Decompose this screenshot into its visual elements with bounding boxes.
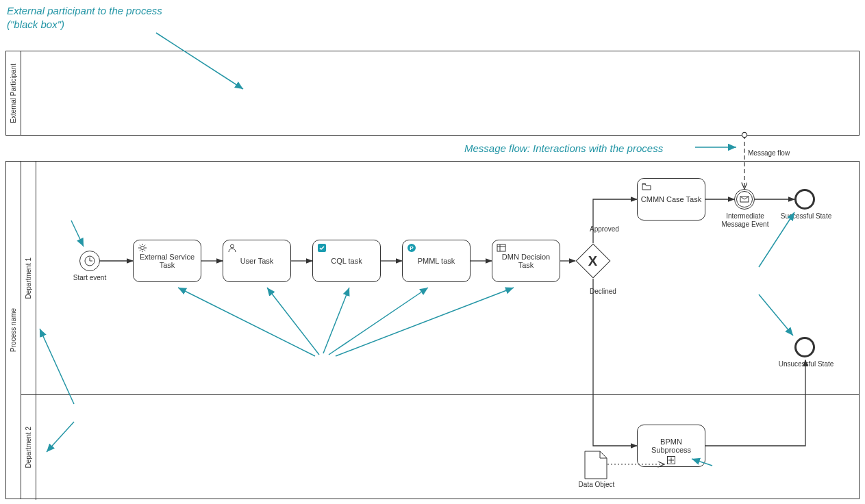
lane-title-2: Department 2 [25, 427, 32, 468]
task-cmmn: CMMN Case Task [637, 178, 705, 220]
task-label: CQL task [331, 257, 362, 265]
end-event-successful-label: Successful State [776, 212, 836, 220]
svg-rect-16 [497, 244, 505, 251]
gateway-label-approved: Approved [590, 225, 619, 234]
task-cql: CQL task [312, 240, 381, 282]
task-user: User Task [223, 240, 291, 282]
lane-department-2: Department 2 [21, 394, 859, 500]
folder-icon [642, 181, 651, 191]
task-label: User Task [240, 257, 274, 265]
annotation-message-flow: Message flow: Interactions with the proc… [464, 142, 663, 155]
user-icon [227, 243, 237, 253]
lane-header-1: Department 1 [21, 162, 36, 394]
pool-header-process: Process name [6, 162, 21, 499]
task-dmn: DMN Decision Task [492, 240, 560, 282]
svg-text:P: P [410, 245, 414, 251]
task-external-service: External Service Task [133, 240, 201, 282]
clock-icon [84, 255, 96, 267]
start-event [79, 251, 100, 271]
pool-header-external: External Participant [6, 51, 21, 135]
envelope-icon [740, 196, 749, 203]
gateway-label-declined: Declined [590, 288, 616, 296]
data-object-label: Data Object [575, 481, 618, 489]
start-event-label: Start event [68, 274, 111, 282]
task-label: CMMN Case Task [641, 195, 701, 203]
intermediate-event-label: Intermediate Message Event [719, 212, 771, 229]
pool-title-process: Process name [10, 308, 17, 352]
intermediate-message-event [734, 189, 755, 210]
task-label: DMN Decision Task [495, 253, 557, 269]
data-object [584, 451, 607, 479]
lane-header-2: Department 2 [21, 394, 36, 500]
cql-icon [317, 243, 327, 253]
dmn-icon [497, 243, 506, 253]
subprocess-marker-icon [667, 456, 675, 464]
lane-title-1: Department 1 [25, 257, 32, 299]
gateway-x-icon: X [588, 253, 597, 269]
svg-line-10 [140, 250, 140, 251]
message-flow-label: Message flow [748, 149, 790, 158]
svg-line-11 [145, 245, 145, 246]
pmml-icon: P [407, 243, 416, 253]
task-label: PMML task [418, 257, 455, 265]
svg-line-9 [145, 250, 145, 251]
task-pmml: P PMML task [402, 240, 471, 282]
pool-title-external: External Participant [10, 64, 17, 123]
svg-point-3 [141, 247, 145, 250]
svg-line-8 [140, 245, 140, 246]
task-label: BPMN Subprocess [640, 438, 702, 454]
task-label: External Service Task [136, 253, 198, 269]
gear-icon [138, 243, 147, 253]
end-event-unsuccessful [794, 337, 815, 357]
task-bpmn-subprocess: BPMN Subprocess [637, 425, 705, 467]
pool-external-participant: External Participant [5, 51, 860, 136]
end-event-unsuccessful-label: Unsucessful State [773, 360, 840, 368]
svg-point-12 [231, 244, 234, 248]
end-event-successful [794, 189, 815, 210]
annotation-external-participant: External participant to the process ("bl… [7, 4, 171, 31]
